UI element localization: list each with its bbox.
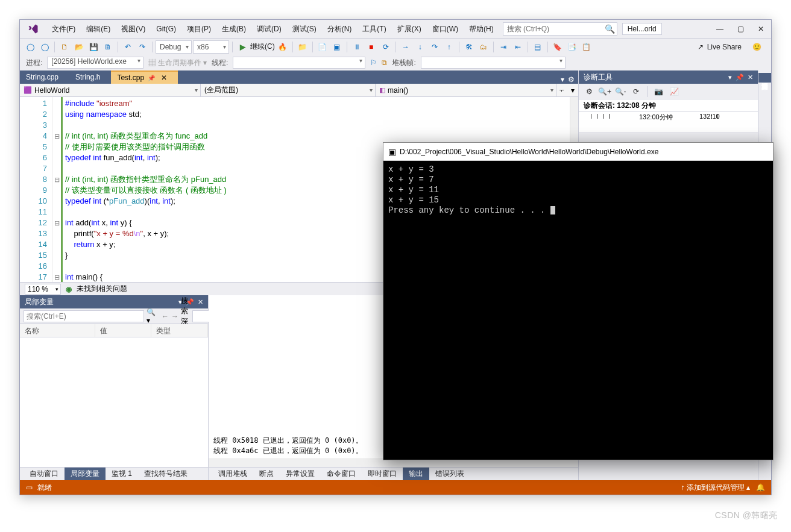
source-control-button[interactable]: ↑ 添加到源代码管理 ▴ [681,483,750,493]
menu-item[interactable]: 工具(T) [357,20,391,38]
menu-item[interactable]: Git(G) [151,20,181,38]
minimize-button[interactable]: — [710,20,730,38]
nav-fwd-icon[interactable]: ◯ [38,40,51,54]
redo-icon[interactable]: ↷ [136,40,149,54]
layer-icon[interactable]: 🗂 [477,40,490,54]
menu-item[interactable]: 文件(F) [46,20,81,38]
diag-zoom-out-icon[interactable]: 🔍- [614,85,627,98]
window-icon[interactable]: ▣ [330,40,344,54]
console-window[interactable]: ▣ D:\002_Project\006_Visual_Studio\Hello… [383,142,774,460]
nav-project-combo[interactable]: 🟪 HelloWorld [20,84,201,96]
menu-item[interactable]: 帮助(H) [464,20,499,38]
continue-button[interactable]: ▶ [236,40,249,54]
menu-item[interactable]: 调试(D) [251,20,287,38]
panel-tab[interactable]: 自动窗口 [24,468,65,480]
stackframe-combo[interactable] [421,57,566,69]
panel-tab[interactable]: 调用堆栈 [212,468,253,480]
lifecycle-events-button[interactable]: ▦ 生命周期事件 ▾ [148,58,207,68]
restart-icon[interactable]: ⟳ [379,40,392,54]
locals-panel-header[interactable]: 局部变量 ▾ 📌 ✕ [20,295,208,308]
diagnostics-timeline[interactable]: 132:00分钟 132:10 [579,111,758,133]
task-list-icon[interactable]: 📋 [580,40,593,54]
close-tab-icon[interactable]: ✕ [161,74,167,82]
nav-scope-combo[interactable]: (全局范围) [201,84,376,96]
panel-tab[interactable]: 断点 [253,468,280,480]
menu-item[interactable]: 扩展(X) [392,20,427,38]
panel-tab[interactable]: 命令窗口 [321,468,362,480]
new-item-icon[interactable]: 📄 [316,40,329,54]
search-next-icon[interactable]: → [171,312,178,321]
platform-combo[interactable]: x86 [193,40,229,54]
locals-search-input[interactable] [24,310,144,322]
process-combo[interactable]: [20256] HelloWorld.exe [47,57,143,69]
console-titlebar[interactable]: ▣ D:\002_Project\006_Visual_Studio\Hello… [383,143,773,161]
outdent-icon[interactable]: ⇤ [511,40,525,54]
hot-reload-icon[interactable]: 🔥 [276,40,289,54]
diag-reset-icon[interactable]: ⟳ [629,85,643,98]
pause-icon[interactable]: ⏸ [350,40,364,54]
fold-column[interactable]: ⊟⊟⊟⊟⊟ [52,97,61,282]
continue-label[interactable]: 继续(C) [250,42,275,52]
zoom-combo[interactable]: 110 % [25,284,61,295]
comment-icon[interactable]: ▤ [531,40,544,54]
panel-pin-icon[interactable]: 📌 [736,74,744,81]
show-next-icon[interactable]: → [399,40,412,54]
panel-tab[interactable]: 即时窗口 [362,468,403,480]
menu-item[interactable]: 视图(V) [116,20,151,38]
quick-launch-search[interactable]: 🔍 [503,22,617,36]
open-file-icon[interactable]: 📁 [296,40,309,54]
step-into-icon[interactable]: ↓ [414,40,427,54]
tab-settings-icon[interactable]: ⚙ [568,75,575,84]
toolbox-icon[interactable]: 🛠 [462,40,476,54]
split-editor-icon[interactable]: ⫟ [556,84,567,96]
panel-close-icon[interactable]: ✕ [198,298,203,306]
locals-table[interactable]: 名称值类型 [20,324,208,467]
indent-icon[interactable]: ⇥ [497,40,510,54]
file-tab[interactable]: String.cpp [20,70,69,84]
panel-tab[interactable]: 监视 1 [106,468,138,480]
pin-icon[interactable]: 📌 [148,75,155,81]
panel-tab[interactable]: 错误列表 [429,468,470,480]
stop-icon[interactable]: ■ [365,40,378,54]
bookmark-list-icon[interactable]: 📑 [566,40,579,54]
menu-item[interactable]: 测试(S) [287,20,322,38]
quick-launch-input[interactable] [503,23,603,35]
panel-tab[interactable]: 输出 [403,468,429,480]
step-over-icon[interactable]: ↷ [428,40,441,54]
diag-zoom-in-icon[interactable]: 🔍+ [598,85,611,98]
diag-chart-icon[interactable]: 📈 [667,85,681,98]
tab-dropdown-icon[interactable]: ▾ [561,75,564,84]
file-tab[interactable]: String.h [69,70,111,84]
close-button[interactable]: ✕ [751,20,771,38]
new-project-icon[interactable]: 🗋 [58,40,71,54]
open-icon[interactable]: 📂 [72,40,86,54]
feedback-icon[interactable]: 🙂 [752,43,761,51]
nav-function-combo[interactable]: ◧ main() [376,84,556,96]
step-out-icon[interactable]: ↑ [443,40,456,54]
column-header[interactable]: 类型 [151,324,208,337]
panel-menu-icon[interactable]: ▾ [728,74,732,81]
console-output[interactable]: x + y = 3 x + y = 7 x + y = 11 x + y = 1… [383,161,773,460]
diag-settings-icon[interactable]: ⚙ [582,85,596,98]
live-share-button[interactable]: ↗ Live Share 🙂 [692,43,767,51]
panel-tab[interactable]: 局部变量 [65,468,106,480]
configuration-combo[interactable]: Debug [156,40,192,54]
search-icon[interactable]: 🔍 [603,24,617,34]
panel-tab[interactable]: 查找符号结果 [138,468,194,480]
toggle-pinned-icon[interactable]: ▾ [567,84,578,96]
thread-flag-icon[interactable]: ⚐ [370,58,377,67]
diag-snapshot-icon[interactable]: 📷 [652,85,665,98]
solution-explorer-tab[interactable]: 解决方案资源管理器 [758,73,771,83]
undo-icon[interactable]: ↶ [121,40,134,54]
panel-close-icon[interactable]: ✕ [748,74,753,81]
notifications-icon[interactable]: 🔔 [756,483,765,492]
search-prev-icon[interactable]: ← [162,312,169,321]
menu-item[interactable]: 窗口(W) [427,20,464,38]
search-icon[interactable]: 🔍▾ [147,308,156,325]
thread-combo[interactable] [233,57,365,69]
file-tab[interactable]: Test.cpp 📌 ✕ [111,70,178,84]
menu-item[interactable]: 编辑(E) [81,20,116,38]
menu-item[interactable]: 生成(B) [216,20,251,38]
diagnostics-header[interactable]: 诊断工具 ▾ 📌 ✕ [579,70,758,84]
thread-marker-icon[interactable]: ⧉ [382,58,387,67]
